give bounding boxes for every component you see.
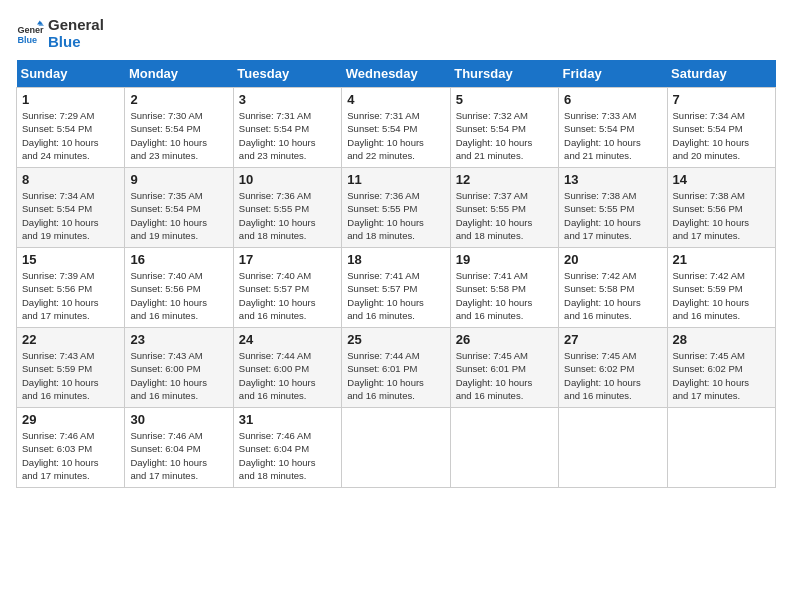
day-info: Sunrise: 7:36 AM Sunset: 5:55 PM Dayligh… [347,189,444,242]
day-info: Sunrise: 7:29 AM Sunset: 5:54 PM Dayligh… [22,109,119,162]
day-number: 28 [673,332,770,347]
svg-text:General: General [17,25,44,35]
day-info: Sunrise: 7:43 AM Sunset: 5:59 PM Dayligh… [22,349,119,402]
day-number: 23 [130,332,227,347]
day-info: Sunrise: 7:32 AM Sunset: 5:54 PM Dayligh… [456,109,553,162]
day-cell-18: 18Sunrise: 7:41 AM Sunset: 5:57 PM Dayli… [342,248,450,328]
day-cell-9: 9Sunrise: 7:35 AM Sunset: 5:54 PM Daylig… [125,168,233,248]
day-number: 8 [22,172,119,187]
day-info: Sunrise: 7:41 AM Sunset: 5:58 PM Dayligh… [456,269,553,322]
day-cell-28: 28Sunrise: 7:45 AM Sunset: 6:02 PM Dayli… [667,328,775,408]
day-info: Sunrise: 7:38 AM Sunset: 5:55 PM Dayligh… [564,189,661,242]
day-cell-8: 8Sunrise: 7:34 AM Sunset: 5:54 PM Daylig… [17,168,125,248]
day-cell-19: 19Sunrise: 7:41 AM Sunset: 5:58 PM Dayli… [450,248,558,328]
day-cell-16: 16Sunrise: 7:40 AM Sunset: 5:56 PM Dayli… [125,248,233,328]
day-number: 31 [239,412,336,427]
day-number: 10 [239,172,336,187]
empty-cell [450,408,558,488]
header-saturday: Saturday [667,60,775,88]
empty-cell [667,408,775,488]
empty-cell [342,408,450,488]
day-cell-11: 11Sunrise: 7:36 AM Sunset: 5:55 PM Dayli… [342,168,450,248]
day-cell-30: 30Sunrise: 7:46 AM Sunset: 6:04 PM Dayli… [125,408,233,488]
day-info: Sunrise: 7:30 AM Sunset: 5:54 PM Dayligh… [130,109,227,162]
day-number: 29 [22,412,119,427]
day-info: Sunrise: 7:46 AM Sunset: 6:04 PM Dayligh… [130,429,227,482]
day-cell-15: 15Sunrise: 7:39 AM Sunset: 5:56 PM Dayli… [17,248,125,328]
day-cell-6: 6Sunrise: 7:33 AM Sunset: 5:54 PM Daylig… [559,88,667,168]
day-cell-13: 13Sunrise: 7:38 AM Sunset: 5:55 PM Dayli… [559,168,667,248]
day-number: 19 [456,252,553,267]
day-number: 22 [22,332,119,347]
day-number: 27 [564,332,661,347]
empty-cell [559,408,667,488]
svg-text:Blue: Blue [17,35,37,45]
week-row-2: 8Sunrise: 7:34 AM Sunset: 5:54 PM Daylig… [17,168,776,248]
day-cell-3: 3Sunrise: 7:31 AM Sunset: 5:54 PM Daylig… [233,88,341,168]
days-header-row: SundayMondayTuesdayWednesdayThursdayFrid… [17,60,776,88]
day-number: 12 [456,172,553,187]
day-info: Sunrise: 7:45 AM Sunset: 6:02 PM Dayligh… [673,349,770,402]
day-cell-26: 26Sunrise: 7:45 AM Sunset: 6:01 PM Dayli… [450,328,558,408]
day-info: Sunrise: 7:43 AM Sunset: 6:00 PM Dayligh… [130,349,227,402]
day-info: Sunrise: 7:38 AM Sunset: 5:56 PM Dayligh… [673,189,770,242]
logo-blue: Blue [48,33,104,50]
day-number: 16 [130,252,227,267]
day-number: 4 [347,92,444,107]
day-info: Sunrise: 7:42 AM Sunset: 5:58 PM Dayligh… [564,269,661,322]
day-info: Sunrise: 7:35 AM Sunset: 5:54 PM Dayligh… [130,189,227,242]
day-cell-27: 27Sunrise: 7:45 AM Sunset: 6:02 PM Dayli… [559,328,667,408]
header-sunday: Sunday [17,60,125,88]
day-cell-12: 12Sunrise: 7:37 AM Sunset: 5:55 PM Dayli… [450,168,558,248]
day-info: Sunrise: 7:39 AM Sunset: 5:56 PM Dayligh… [22,269,119,322]
day-number: 1 [22,92,119,107]
day-number: 14 [673,172,770,187]
day-info: Sunrise: 7:34 AM Sunset: 5:54 PM Dayligh… [22,189,119,242]
day-cell-21: 21Sunrise: 7:42 AM Sunset: 5:59 PM Dayli… [667,248,775,328]
day-info: Sunrise: 7:31 AM Sunset: 5:54 PM Dayligh… [239,109,336,162]
day-number: 2 [130,92,227,107]
week-row-5: 29Sunrise: 7:46 AM Sunset: 6:03 PM Dayli… [17,408,776,488]
day-cell-7: 7Sunrise: 7:34 AM Sunset: 5:54 PM Daylig… [667,88,775,168]
day-info: Sunrise: 7:44 AM Sunset: 6:01 PM Dayligh… [347,349,444,402]
day-cell-23: 23Sunrise: 7:43 AM Sunset: 6:00 PM Dayli… [125,328,233,408]
day-number: 3 [239,92,336,107]
week-row-4: 22Sunrise: 7:43 AM Sunset: 5:59 PM Dayli… [17,328,776,408]
day-cell-25: 25Sunrise: 7:44 AM Sunset: 6:01 PM Dayli… [342,328,450,408]
day-number: 5 [456,92,553,107]
day-info: Sunrise: 7:31 AM Sunset: 5:54 PM Dayligh… [347,109,444,162]
day-number: 13 [564,172,661,187]
day-info: Sunrise: 7:37 AM Sunset: 5:55 PM Dayligh… [456,189,553,242]
logo-general: General [48,16,104,33]
day-info: Sunrise: 7:42 AM Sunset: 5:59 PM Dayligh… [673,269,770,322]
day-info: Sunrise: 7:40 AM Sunset: 5:56 PM Dayligh… [130,269,227,322]
logo-icon: General Blue [16,19,44,47]
day-number: 21 [673,252,770,267]
day-cell-29: 29Sunrise: 7:46 AM Sunset: 6:03 PM Dayli… [17,408,125,488]
calendar-table: SundayMondayTuesdayWednesdayThursdayFrid… [16,60,776,488]
day-number: 9 [130,172,227,187]
day-info: Sunrise: 7:34 AM Sunset: 5:54 PM Dayligh… [673,109,770,162]
day-cell-24: 24Sunrise: 7:44 AM Sunset: 6:00 PM Dayli… [233,328,341,408]
day-number: 7 [673,92,770,107]
day-number: 26 [456,332,553,347]
day-cell-22: 22Sunrise: 7:43 AM Sunset: 5:59 PM Dayli… [17,328,125,408]
day-number: 20 [564,252,661,267]
day-info: Sunrise: 7:36 AM Sunset: 5:55 PM Dayligh… [239,189,336,242]
header-wednesday: Wednesday [342,60,450,88]
day-info: Sunrise: 7:41 AM Sunset: 5:57 PM Dayligh… [347,269,444,322]
day-number: 17 [239,252,336,267]
header: General Blue General Blue [16,16,776,50]
day-cell-31: 31Sunrise: 7:46 AM Sunset: 6:04 PM Dayli… [233,408,341,488]
day-number: 18 [347,252,444,267]
day-info: Sunrise: 7:45 AM Sunset: 6:02 PM Dayligh… [564,349,661,402]
day-info: Sunrise: 7:33 AM Sunset: 5:54 PM Dayligh… [564,109,661,162]
day-cell-14: 14Sunrise: 7:38 AM Sunset: 5:56 PM Dayli… [667,168,775,248]
header-thursday: Thursday [450,60,558,88]
header-monday: Monday [125,60,233,88]
day-number: 11 [347,172,444,187]
week-row-3: 15Sunrise: 7:39 AM Sunset: 5:56 PM Dayli… [17,248,776,328]
day-cell-5: 5Sunrise: 7:32 AM Sunset: 5:54 PM Daylig… [450,88,558,168]
day-info: Sunrise: 7:46 AM Sunset: 6:03 PM Dayligh… [22,429,119,482]
logo: General Blue General Blue [16,16,104,50]
